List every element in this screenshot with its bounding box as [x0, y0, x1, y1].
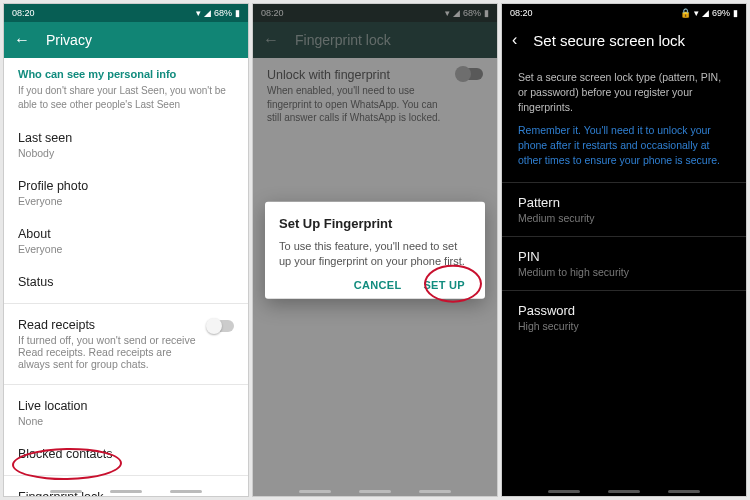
divider [4, 384, 248, 385]
description: Set a secure screen lock type (pattern, … [518, 70, 730, 116]
page-title: Set secure screen lock [533, 32, 685, 49]
panel-fingerprint-dialog: 08:20 ▾ ◢ 68% ▮ ← Fingerprint lock Unloc… [252, 3, 498, 497]
panel-privacy: 08:20 ▾ ◢ 68% ▮ ← Privacy Who can see my… [3, 3, 249, 497]
battery-icon: ▮ [733, 8, 738, 18]
privacy-content[interactable]: Who can see my personal info If you don'… [4, 58, 248, 496]
option-pattern[interactable]: Pattern Medium security [502, 183, 746, 236]
item-about[interactable]: About Everyone [4, 217, 248, 265]
app-bar: ← Privacy [4, 22, 248, 58]
panel-secure-lock: 08:20 🔒 ▾ ◢ 69% ▮ ‹ Set secure screen lo… [501, 3, 747, 497]
item-status[interactable]: Status [4, 265, 248, 299]
dialog-body: To use this feature, you'll need to set … [279, 239, 471, 269]
battery-label: 69% [712, 8, 730, 18]
last-seen-hint: If you don't share your Last Seen, you w… [4, 84, 248, 121]
wifi-icon: ▾ [694, 8, 699, 18]
app-bar: ‹ Set secure screen lock [502, 22, 746, 58]
item-last-seen[interactable]: Last seen Nobody [4, 121, 248, 169]
nav-bar [50, 490, 202, 493]
setup-button[interactable]: SET UP [423, 278, 465, 290]
reminder-note: Remember it. You'll need it to unlock yo… [518, 123, 730, 169]
signal-icon: ◢ [702, 8, 709, 18]
section-header: Who can see my personal info [4, 58, 248, 84]
setup-fingerprint-dialog: Set Up Fingerprint To use this feature, … [265, 202, 485, 299]
item-blocked-contacts[interactable]: Blocked contacts [4, 437, 248, 471]
nav-bar [299, 490, 451, 493]
lock-icon: 🔒 [680, 8, 691, 18]
status-time: 08:20 [510, 8, 533, 18]
nav-bar [548, 490, 700, 493]
status-time: 08:20 [12, 8, 35, 18]
item-profile-photo[interactable]: Profile photo Everyone [4, 169, 248, 217]
item-read-receipts[interactable]: Read receipts If turned off, you won't s… [4, 308, 248, 380]
status-bar: 08:20 🔒 ▾ ◢ 69% ▮ [502, 4, 746, 22]
signal-icon: ◢ [204, 8, 211, 18]
back-icon[interactable]: ‹ [512, 31, 517, 49]
divider [4, 475, 248, 476]
option-pin[interactable]: PIN Medium to high security [502, 237, 746, 290]
cancel-button[interactable]: CANCEL [354, 278, 402, 290]
divider [4, 303, 248, 304]
read-receipts-toggle[interactable] [208, 320, 234, 332]
item-fingerprint-lock[interactable]: Fingerprint lock Disabled [4, 480, 248, 496]
battery-icon: ▮ [235, 8, 240, 18]
back-icon[interactable]: ← [14, 31, 30, 49]
dialog-title: Set Up Fingerprint [279, 216, 471, 231]
battery-label: 68% [214, 8, 232, 18]
secure-lock-content: Set a secure screen lock type (pattern, … [502, 58, 746, 183]
wifi-icon: ▾ [196, 8, 201, 18]
page-title: Privacy [46, 32, 92, 48]
option-password[interactable]: Password High security [502, 291, 746, 344]
status-bar: 08:20 ▾ ◢ 68% ▮ [4, 4, 248, 22]
item-live-location[interactable]: Live location None [4, 389, 248, 437]
